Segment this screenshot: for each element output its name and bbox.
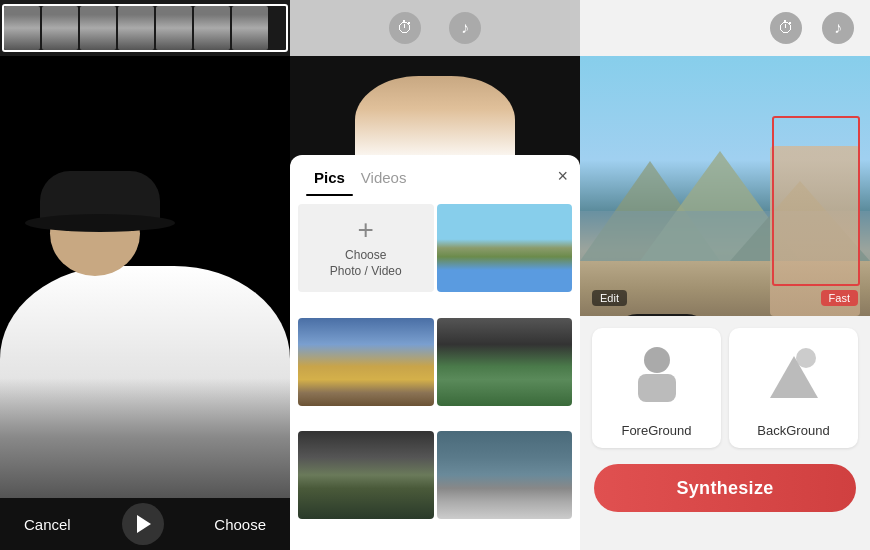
foreground-icon <box>632 346 682 406</box>
fast-badge[interactable]: Fast <box>821 290 858 306</box>
svg-point-4 <box>644 347 670 373</box>
foreground-card[interactable]: ForeGround <box>592 328 721 448</box>
bottom-controls: Cancel Choose <box>0 498 290 550</box>
choose-button[interactable]: Choose <box>214 516 266 533</box>
choose-photo-video-cell[interactable]: + ChoosePhoto / Video <box>298 204 434 292</box>
right-timer-icon[interactable]: ⏱ <box>770 12 802 44</box>
right-panel: ⏱ ♪ Edit Fast <box>580 0 870 550</box>
filmstrip-frame <box>80 6 116 50</box>
filmstrip-frame <box>194 6 230 50</box>
filmstrip <box>0 0 290 56</box>
filmstrip-frame <box>232 6 268 50</box>
thumbnail-stormy[interactable] <box>298 431 434 519</box>
svg-rect-5 <box>638 374 676 402</box>
music-icon[interactable]: ♪ <box>449 12 481 44</box>
left-panel: Cancel Choose <box>0 0 290 550</box>
middle-panel: ⏱ ♪ Pics Videos × + ChoosePhoto / Video <box>290 0 580 550</box>
video-preview <box>0 56 290 498</box>
mode-cards: ForeGround BackGround <box>580 316 870 456</box>
cancel-button[interactable]: Cancel <box>24 516 71 533</box>
play-icon <box>137 515 151 533</box>
foreground-label: ForeGround <box>621 423 691 438</box>
tab-pics[interactable]: Pics <box>306 169 353 196</box>
video-lower <box>0 378 290 498</box>
filmstrip-frame <box>156 6 192 50</box>
synthesize-button[interactable]: Synthesize <box>594 464 856 512</box>
filmstrip-frames <box>0 2 272 54</box>
right-music-icon[interactable]: ♪ <box>822 12 854 44</box>
play-button[interactable] <box>122 503 164 545</box>
middle-top-bar: ⏱ ♪ <box>290 0 580 56</box>
timer-icon[interactable]: ⏱ <box>389 12 421 44</box>
right-top-bar: ⏱ ♪ <box>580 0 870 56</box>
tab-videos[interactable]: Videos <box>353 169 415 196</box>
filmstrip-frame <box>42 6 78 50</box>
filmstrip-frame <box>4 6 40 50</box>
thumbnail-mountains[interactable] <box>437 204 573 292</box>
background-card[interactable]: BackGround <box>729 328 858 448</box>
background-icon <box>766 346 822 402</box>
plus-icon: + <box>358 216 374 244</box>
thumbnail-golden-field[interactable] <box>298 318 434 406</box>
thumbnail-waterfall[interactable] <box>437 431 573 519</box>
picker-close-button[interactable]: × <box>557 167 568 185</box>
picker-tabs: Pics Videos × <box>290 155 580 196</box>
filmstrip-frame <box>118 6 154 50</box>
choose-label: ChoosePhoto / Video <box>330 248 402 279</box>
selection-border <box>772 116 860 286</box>
right-preview: Edit Fast <box>580 56 870 316</box>
edit-badge[interactable]: Edit <box>592 290 627 306</box>
hat-brim <box>25 214 175 232</box>
video-preview-content <box>0 56 290 498</box>
photo-picker: Pics Videos × + ChoosePhoto / Video <box>290 155 580 550</box>
thumbnail-green-hills[interactable] <box>437 318 573 406</box>
picker-grid: + ChoosePhoto / Video <box>290 196 580 550</box>
background-label: BackGround <box>757 423 829 438</box>
